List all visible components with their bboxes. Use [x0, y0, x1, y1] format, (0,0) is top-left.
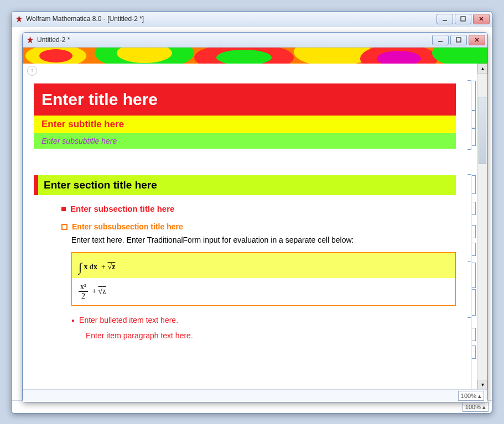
wolfram-icon — [26, 36, 34, 44]
integral-icon: ∫ — [79, 260, 82, 274]
add-cell-button[interactable]: + — [27, 66, 37, 76]
vertical-scrollbar[interactable]: ▴ ▾ — [477, 64, 487, 390]
integrand-var: x — [84, 263, 88, 271]
notebook-titlebar[interactable]: Untitled-2 * — [23, 33, 487, 48]
sqrt-expr: √z — [98, 287, 106, 295]
subsubsection-label: Enter subsubsection title here — [72, 222, 183, 231]
notebook-window-title: Untitled-2 * — [37, 36, 432, 44]
notebook-window: Untitled-2 * + Enter title here — [22, 32, 488, 402]
output-cell[interactable]: x² 2 + √z — [72, 278, 455, 305]
scroll-down-button[interactable]: ▾ — [477, 380, 487, 390]
subsubsection-cell[interactable]: Enter subsubsection title here — [61, 222, 456, 231]
diff-var: x — [93, 263, 97, 271]
subtitle-cell[interactable]: Enter subtitle here — [34, 116, 456, 133]
svg-rect-7 — [456, 38, 461, 42]
cell-bracket[interactable] — [472, 263, 476, 288]
close-button[interactable] — [469, 35, 485, 45]
input-cell[interactable]: ∫ x dx + √z — [72, 253, 455, 278]
notebook-zoom-value: 100% — [461, 391, 476, 400]
cell-bracket[interactable] — [472, 202, 476, 215]
open-square-icon — [61, 224, 67, 230]
svg-marker-5 — [27, 36, 34, 43]
item-paragraph-cell[interactable]: Enter item paragraph text here. — [86, 331, 456, 340]
fraction-num: x² — [79, 282, 88, 292]
sqrt-expr: √z — [107, 263, 115, 271]
sqrt-arg: z — [112, 263, 115, 271]
subsection-label: Enter subsection title here — [70, 204, 174, 213]
fraction-den: 2 — [79, 292, 88, 301]
cell-bracket[interactable] — [472, 128, 476, 146]
zoom-up-icon: ▴ — [482, 402, 486, 411]
cell-bracket[interactable] — [472, 328, 476, 341]
section-cell[interactable]: Enter section title here — [34, 175, 456, 195]
cell-bracket[interactable] — [472, 346, 476, 359]
cell-bracket[interactable] — [472, 243, 476, 256]
bulleted-item-cell[interactable]: Enter bulleted item text here. — [71, 316, 456, 326]
notebook-window-controls — [432, 35, 485, 45]
text-cell[interactable]: Enter text here. Enter TraditionalForm i… — [71, 235, 456, 244]
maximize-button[interactable] — [450, 35, 467, 45]
cell-bracket[interactable] — [467, 80, 471, 150]
subsection-region: Enter subsection title here Enter subsub… — [61, 204, 456, 340]
main-zoom-indicator[interactable]: 100% ▴ — [463, 402, 489, 412]
minimize-button[interactable] — [432, 35, 449, 45]
cell-bracket-column[interactable] — [467, 64, 477, 390]
main-window-title: Wolfram Mathematica 8.0 - [Untitled-2 *] — [26, 15, 437, 23]
cell-bracket[interactable] — [472, 225, 476, 238]
cell-bracket[interactable] — [472, 289, 476, 316]
notebook-status-bar: 100% ▴ — [23, 389, 487, 402]
subsection-cell[interactable]: Enter subsection title here — [61, 204, 456, 213]
sqrt-arg: z — [102, 287, 106, 295]
title-cell[interactable]: Enter title here — [34, 83, 456, 116]
minimize-button[interactable] — [437, 14, 453, 24]
title-stack: Enter title here Enter subtitle here Ent… — [34, 83, 456, 149]
wolfram-icon — [15, 15, 23, 23]
main-zoom-value: 100% — [465, 402, 481, 411]
zoom-up-icon: ▴ — [478, 391, 481, 400]
notebook-banner-graphic — [23, 48, 487, 64]
notebook-body: + Enter title here Enter subtitle here E… — [23, 64, 487, 390]
subsubtitle-cell[interactable]: Enter subsubtitle here — [34, 133, 456, 149]
svg-point-20 — [432, 48, 487, 64]
bulleted-item-text: Enter bulleted item text here. — [79, 316, 178, 326]
notebook-zoom-indicator[interactable]: 100% ▴ — [458, 391, 484, 401]
svg-marker-0 — [16, 15, 23, 22]
scroll-thumb[interactable] — [479, 97, 486, 164]
cell-bracket[interactable] — [472, 175, 476, 194]
cell-bracket[interactable] — [472, 81, 476, 111]
filled-square-icon — [61, 207, 66, 211]
svg-point-12 — [39, 49, 72, 62]
scroll-up-button[interactable]: ▴ — [477, 64, 487, 74]
svg-rect-2 — [461, 17, 465, 21]
cell-bracket[interactable] — [472, 111, 476, 128]
notebook-content-area[interactable]: + Enter title here Enter subtitle here E… — [23, 64, 467, 390]
differential-d: d — [90, 263, 93, 271]
main-window-controls — [437, 14, 490, 24]
close-button[interactable] — [473, 14, 490, 24]
maximize-button[interactable] — [455, 14, 471, 24]
cell-bracket[interactable] — [467, 261, 471, 318]
main-titlebar[interactable]: Wolfram Mathematica 8.0 - [Untitled-2 *] — [12, 12, 492, 27]
formula-group: ∫ x dx + √z x² 2 + √z — [71, 252, 456, 306]
svg-point-17 — [294, 48, 371, 64]
fraction: x² 2 — [79, 282, 88, 301]
